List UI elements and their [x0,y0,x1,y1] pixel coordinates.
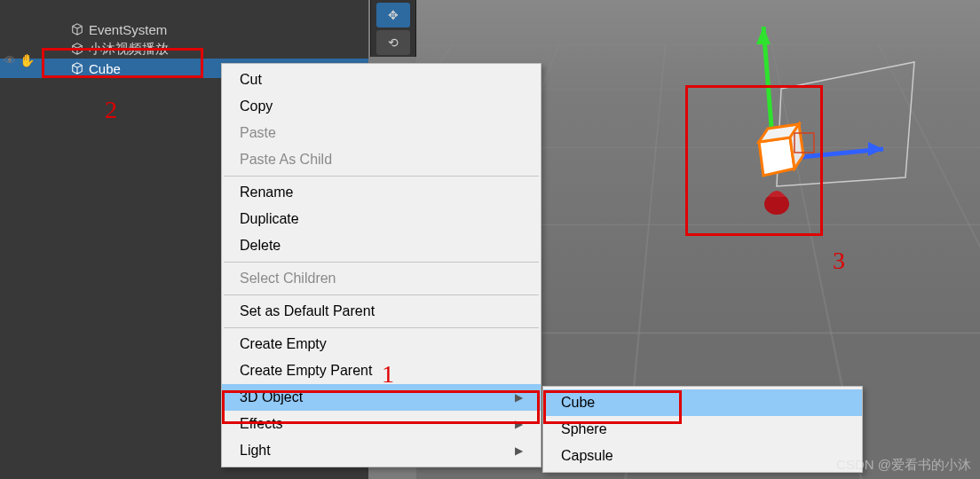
cube-icon [71,43,83,55]
menu-paste: Paste [222,120,541,146]
tool-move[interactable]: ✥ [376,3,410,27]
watermark: CSDN @爱看书的小沐 [836,457,971,474]
chevron-right-icon: ▶ [515,444,523,457]
menu-separator [224,294,539,295]
submenu-sphere[interactable]: Sphere [543,416,862,443]
hand-icon[interactable]: ✋ [20,53,35,67]
submenu-cube[interactable]: Cube [543,389,862,416]
eye-icon[interactable]: 👁 [4,53,16,67]
annotation-label-2: 2 [105,96,117,124]
context-submenu: Cube Sphere Capsule [542,386,863,473]
hierarchy-gutter: 👁 ✋ [0,50,44,71]
menu-set-default-parent[interactable]: Set as Default Parent [222,298,541,325]
cube-icon [71,62,83,75]
menu-separator [224,176,539,177]
menu-rename[interactable]: Rename [222,179,541,206]
menu-separator [224,327,539,328]
scene-toolbar: ✥ ⟲ [370,0,416,57]
context-menu: Cut Copy Paste Paste As Child Rename Dup… [221,63,541,467]
menu-copy[interactable]: Copy [222,93,541,120]
menu-delete[interactable]: Delete [222,232,541,259]
menu-create-empty[interactable]: Create Empty [222,331,541,357]
menu-paste-as-child: Paste As Child [222,146,541,173]
menu-duplicate[interactable]: Duplicate [222,206,541,232]
chevron-right-icon: ▶ [515,418,523,430]
menu-effects[interactable]: Effects ▶ [222,411,541,437]
hierarchy-item-eventsystem[interactable]: EventSystem [0,20,368,39]
annotation-label-3: 3 [833,247,845,275]
chevron-right-icon: ▶ [515,391,523,404]
menu-select-children: Select Children [222,265,541,292]
annotation-label-1: 1 [382,360,394,389]
hierarchy-item-video[interactable]: 小沐视频播放 [0,39,368,59]
cube-icon [71,23,83,35]
menu-light[interactable]: Light ▶ [222,437,541,464]
tool-rotate[interactable]: ⟲ [376,30,410,55]
hierarchy-item-label: Cube [89,61,121,76]
hierarchy-item-label: 小沐视频播放 [89,41,169,58]
hierarchy-item-label: EventSystem [89,22,167,37]
menu-cut[interactable]: Cut [222,67,541,93]
menu-separator [224,262,539,263]
submenu-capsule[interactable]: Capsule [543,443,862,469]
